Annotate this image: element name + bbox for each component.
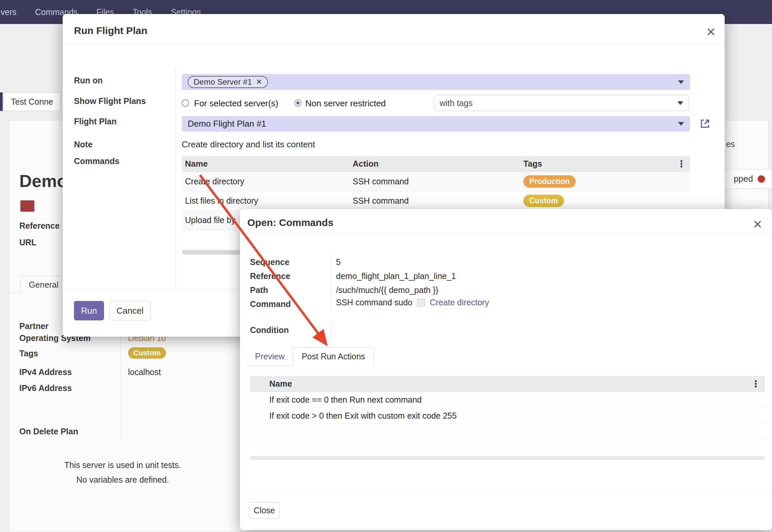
close-button[interactable]: Close — [249, 502, 280, 519]
radio-non-server-restricted[interactable] — [294, 99, 302, 107]
cell-name: If exit code == 0 then Run next command — [269, 395, 422, 405]
modal-footer-divider — [240, 494, 772, 494]
show-flight-plans-label: Show Flight Plans — [74, 96, 146, 106]
reference-value: demo_flight_plan_1_plan_line_1 — [336, 271, 456, 281]
command-value-row: SSH command sudo Create directory — [336, 298, 489, 307]
with-tags-value: with tags — [440, 98, 473, 108]
ipv4-label: IPv4 Address — [19, 367, 72, 377]
page: vers Commands Files Tools Settings Test … — [0, 0, 772, 532]
ipv6-label: IPv6 Address — [19, 383, 72, 393]
label-column-divider — [176, 67, 176, 289]
unit-test-note: This server is used in unit tests. No va… — [44, 458, 201, 487]
condition-label: Condition — [250, 325, 289, 335]
url-label: URL — [19, 238, 36, 247]
partner-label: Partner — [19, 321, 49, 331]
run-on-label: Run on — [74, 76, 103, 85]
col-header-name: Name — [269, 379, 751, 389]
table-row[interactable]: If exit code > 0 then Exit with custom e… — [250, 408, 765, 424]
run-modal-title: Run Flight Plan — [74, 25, 147, 36]
tags-label: Tags — [19, 349, 38, 358]
cell-name: Create directory — [182, 177, 353, 186]
close-icon[interactable]: × — [753, 216, 762, 232]
cell-name: List files in directory — [182, 196, 353, 206]
server-tag-label: Demo Server #1 — [194, 77, 252, 87]
kebab-menu-icon[interactable]: ⋮ — [677, 159, 686, 169]
cell-action: SSH command — [353, 177, 523, 186]
post-run-actions-header: Name ⋮ — [250, 376, 765, 392]
unit-test-note-line2: No variables are defined. — [44, 472, 201, 487]
tab-general[interactable]: General — [20, 276, 67, 293]
chevron-down-icon — [677, 101, 683, 105]
test-connection-button[interactable]: Test Conne — [3, 92, 61, 111]
table-row[interactable]: If exit code == 0 then Run next command — [250, 392, 765, 408]
sequence-label: Sequence — [250, 257, 289, 267]
reference-label: Reference — [250, 271, 290, 281]
empty-row — [250, 424, 765, 440]
on-delete-plan-label: On Delete Plan — [19, 427, 78, 436]
radio-selected-servers[interactable] — [182, 99, 189, 107]
unit-test-note-line1: This server is used in unit tests. — [44, 458, 201, 472]
radio-non-server-restricted-label[interactable]: Non server restricted — [305, 98, 386, 109]
chevron-down-icon — [678, 122, 684, 126]
path-value: /such/much/{{ demo_path }} — [336, 285, 438, 295]
run-button[interactable]: Run — [74, 301, 104, 320]
clipped-text-right: es — [726, 139, 735, 149]
modal-header-divider — [63, 43, 725, 44]
close-icon[interactable]: × — [706, 24, 715, 39]
post-run-actions-table: Name ⋮ If exit code == 0 then Run next c… — [250, 376, 765, 440]
table-row[interactable]: List files in directory SSH command Cust… — [182, 191, 690, 211]
table-scrollbar[interactable] — [250, 456, 765, 460]
status-dot-icon — [758, 175, 765, 183]
tag-remove-icon[interactable]: ✕ — [256, 78, 262, 86]
tab-post-run-actions[interactable]: Post Run Actions — [293, 347, 374, 366]
note-value: Create directory and list its content — [182, 139, 315, 150]
command-value: SSH command sudo — [336, 298, 412, 307]
server-tag-pill[interactable]: Demo Server #1 ✕ — [188, 76, 268, 88]
col-header-action: Action — [353, 159, 523, 169]
cell-action: SSH command — [353, 196, 523, 206]
col-header-tags: Tags — [523, 159, 542, 169]
with-tags-select[interactable]: with tags — [434, 95, 689, 111]
modal-header-divider — [240, 233, 772, 233]
clipped-button-fragment — [0, 92, 3, 111]
open-commands-modal: Open: Commands × Sequence 5 Reference de… — [240, 209, 772, 530]
chevron-down-icon — [678, 80, 684, 84]
run-on-field[interactable]: Demo Server #1 ✕ — [182, 74, 690, 90]
reference-label: Reference — [19, 221, 60, 231]
server-title: Demo — [19, 171, 67, 191]
field-divider — [331, 322, 331, 338]
field-divider — [120, 319, 121, 440]
tab-preview[interactable]: Preview — [247, 348, 293, 365]
external-link-icon[interactable] — [699, 117, 711, 130]
checkbox[interactable] — [417, 299, 425, 307]
cancel-button[interactable]: Cancel — [109, 301, 151, 320]
notebook-tabs: Preview Post Run Actions — [247, 347, 374, 366]
color-swatch — [20, 200, 34, 212]
cell-name: If exit code > 0 then Exit with custom e… — [269, 411, 457, 421]
commands-label: Commands — [74, 156, 119, 166]
sequence-value: 5 — [336, 257, 341, 267]
field-divider — [331, 255, 331, 312]
path-label: Path — [250, 285, 268, 295]
tag-badge-production: Production — [523, 175, 576, 188]
status-text-partial: pped — [734, 174, 753, 184]
col-header-name: Name — [182, 159, 353, 169]
radio-selected-servers-label[interactable]: For selected server(s) — [194, 98, 278, 109]
table-row[interactable]: Create directory SSH command Production — [182, 172, 690, 191]
ipv4-value: localhost — [128, 367, 161, 377]
command-label: Command — [250, 299, 291, 309]
kebab-menu-icon[interactable]: ⋮ — [751, 379, 760, 389]
flight-plan-value: Demo Flight Plan #1 — [188, 119, 266, 129]
nav-item-servers-partial[interactable]: vers — [1, 7, 16, 17]
create-directory-link[interactable]: Create directory — [430, 298, 489, 307]
tag-badge-custom: Custom — [128, 347, 166, 359]
note-label: Note — [74, 140, 93, 149]
table-scrollbar[interactable] — [182, 250, 249, 255]
tag-badge-custom: Custom — [523, 195, 564, 207]
commands-table-header: Name Action Tags ⋮ — [182, 156, 690, 172]
open-modal-title: Open: Commands — [247, 217, 333, 228]
flight-plan-label: Flight Plan — [74, 117, 117, 126]
flight-plan-field[interactable]: Demo Flight Plan #1 — [182, 116, 690, 132]
